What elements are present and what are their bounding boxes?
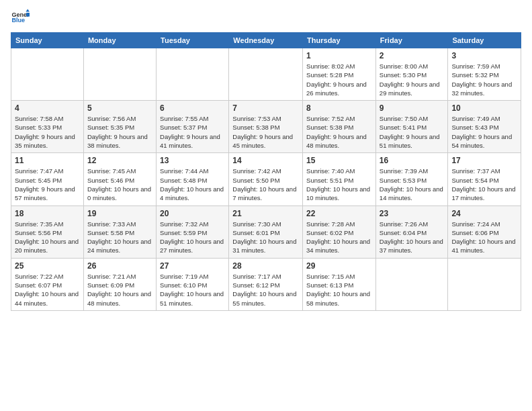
day-number: 22	[306, 209, 372, 218]
day-number: 17	[451, 156, 517, 165]
day-info: Sunrise: 7:55 AMSunset: 5:37 PMDaylight:…	[160, 114, 225, 150]
day-info: Sunrise: 7:42 AMSunset: 5:50 PMDaylight:…	[232, 167, 299, 202]
day-number: 5	[87, 103, 152, 113]
calendar-cell: 10Sunrise: 7:49 AMSunset: 5:43 PMDayligh…	[448, 101, 521, 153]
day-number: 1	[306, 51, 372, 60]
calendar-cell: 24Sunrise: 7:24 AMSunset: 6:06 PMDayligh…	[448, 205, 521, 258]
calendar-cell	[83, 48, 156, 101]
weekday-header: Monday	[83, 33, 156, 48]
day-info: Sunrise: 7:49 AMSunset: 5:43 PMDaylight:…	[451, 114, 517, 150]
day-number: 8	[306, 103, 372, 113]
calendar-cell: 18Sunrise: 7:35 AMSunset: 5:56 PMDayligh…	[11, 205, 84, 258]
logo-icon: General Blue	[11, 8, 30, 27]
weekday-header-row: SundayMondayTuesdayWednesdayThursdayFrid…	[11, 33, 521, 48]
day-number: 25	[15, 261, 80, 271]
day-number: 24	[451, 209, 517, 218]
day-number: 23	[380, 209, 445, 218]
calendar-cell	[11, 48, 84, 101]
day-info: Sunrise: 7:17 AMSunset: 6:12 PMDaylight:…	[232, 272, 299, 308]
day-info: Sunrise: 7:21 AMSunset: 6:09 PMDaylight:…	[87, 272, 152, 308]
calendar-cell: 26Sunrise: 7:21 AMSunset: 6:09 PMDayligh…	[83, 258, 156, 310]
calendar-week-row: 18Sunrise: 7:35 AMSunset: 5:56 PMDayligh…	[11, 205, 521, 258]
day-info: Sunrise: 7:22 AMSunset: 6:07 PMDaylight:…	[15, 272, 80, 308]
svg-marker-3	[26, 13, 30, 17]
day-number: 12	[87, 156, 152, 165]
weekday-header: Saturday	[448, 33, 521, 48]
day-info: Sunrise: 7:33 AMSunset: 5:58 PMDaylight:…	[87, 220, 152, 255]
day-number: 21	[232, 209, 299, 218]
day-info: Sunrise: 7:56 AMSunset: 5:35 PMDaylight:…	[87, 114, 152, 150]
calendar-cell: 29Sunrise: 7:15 AMSunset: 6:13 PMDayligh…	[303, 258, 376, 310]
weekday-header: Friday	[375, 33, 448, 48]
day-info: Sunrise: 7:39 AMSunset: 5:53 PMDaylight:…	[380, 167, 445, 202]
calendar-cell: 22Sunrise: 7:28 AMSunset: 6:02 PMDayligh…	[303, 205, 376, 258]
day-number: 6	[160, 103, 225, 113]
calendar-cell: 1Sunrise: 8:02 AMSunset: 5:28 PMDaylight…	[303, 48, 376, 101]
calendar-cell: 28Sunrise: 7:17 AMSunset: 6:12 PMDayligh…	[229, 258, 303, 310]
calendar-cell: 25Sunrise: 7:22 AMSunset: 6:07 PMDayligh…	[11, 258, 84, 310]
day-info: Sunrise: 7:40 AMSunset: 5:51 PMDaylight:…	[306, 167, 372, 202]
calendar-cell	[229, 48, 303, 101]
day-info: Sunrise: 7:28 AMSunset: 6:02 PMDaylight:…	[306, 220, 372, 255]
calendar-cell: 2Sunrise: 8:00 AMSunset: 5:30 PMDaylight…	[375, 48, 448, 101]
weekday-header: Wednesday	[229, 33, 303, 48]
svg-text:Blue: Blue	[11, 17, 25, 24]
day-info: Sunrise: 7:30 AMSunset: 6:01 PMDaylight:…	[232, 220, 299, 255]
day-info: Sunrise: 7:50 AMSunset: 5:41 PMDaylight:…	[380, 114, 445, 150]
svg-marker-2	[26, 9, 30, 11]
calendar-week-row: 4Sunrise: 7:58 AMSunset: 5:33 PMDaylight…	[11, 101, 521, 153]
day-info: Sunrise: 7:19 AMSunset: 6:10 PMDaylight:…	[160, 272, 225, 308]
day-number: 26	[87, 261, 152, 271]
day-number: 18	[15, 209, 80, 218]
day-info: Sunrise: 8:02 AMSunset: 5:28 PMDaylight:…	[306, 62, 372, 97]
calendar-cell: 3Sunrise: 7:59 AMSunset: 5:32 PMDaylight…	[448, 48, 521, 101]
calendar-week-row: 25Sunrise: 7:22 AMSunset: 6:07 PMDayligh…	[11, 258, 521, 310]
calendar-cell: 5Sunrise: 7:56 AMSunset: 5:35 PMDaylight…	[83, 101, 156, 153]
calendar-cell: 15Sunrise: 7:40 AMSunset: 5:51 PMDayligh…	[303, 153, 376, 205]
day-number: 20	[160, 209, 225, 218]
day-info: Sunrise: 7:53 AMSunset: 5:38 PMDaylight:…	[232, 114, 299, 150]
weekday-header: Thursday	[303, 33, 376, 48]
day-number: 4	[15, 103, 80, 113]
calendar-cell: 14Sunrise: 7:42 AMSunset: 5:50 PMDayligh…	[229, 153, 303, 205]
weekday-header: Tuesday	[157, 33, 229, 48]
day-number: 27	[160, 261, 225, 271]
calendar-cell: 11Sunrise: 7:47 AMSunset: 5:45 PMDayligh…	[11, 153, 84, 205]
day-info: Sunrise: 7:58 AMSunset: 5:33 PMDaylight:…	[15, 114, 80, 150]
calendar-week-row: 1Sunrise: 8:02 AMSunset: 5:28 PMDaylight…	[11, 48, 521, 101]
day-number: 13	[160, 156, 225, 165]
day-info: Sunrise: 8:00 AMSunset: 5:30 PMDaylight:…	[380, 62, 445, 97]
calendar-cell: 4Sunrise: 7:58 AMSunset: 5:33 PMDaylight…	[11, 101, 84, 153]
calendar-cell: 20Sunrise: 7:32 AMSunset: 5:59 PMDayligh…	[157, 205, 229, 258]
day-info: Sunrise: 7:52 AMSunset: 5:38 PMDaylight:…	[306, 114, 372, 150]
weekday-header: Sunday	[11, 33, 84, 48]
day-info: Sunrise: 7:45 AMSunset: 5:46 PMDaylight:…	[87, 167, 152, 202]
day-info: Sunrise: 7:26 AMSunset: 6:04 PMDaylight:…	[380, 220, 445, 255]
day-number: 3	[451, 51, 517, 60]
day-number: 19	[87, 209, 152, 218]
calendar-cell: 6Sunrise: 7:55 AMSunset: 5:37 PMDaylight…	[157, 101, 229, 153]
calendar-cell	[375, 258, 448, 310]
day-info: Sunrise: 7:59 AMSunset: 5:32 PMDaylight:…	[451, 62, 517, 97]
calendar-cell: 27Sunrise: 7:19 AMSunset: 6:10 PMDayligh…	[157, 258, 229, 310]
day-info: Sunrise: 7:24 AMSunset: 6:06 PMDaylight:…	[451, 220, 517, 255]
day-info: Sunrise: 7:32 AMSunset: 5:59 PMDaylight:…	[160, 220, 225, 255]
calendar-cell: 12Sunrise: 7:45 AMSunset: 5:46 PMDayligh…	[83, 153, 156, 205]
day-number: 9	[380, 103, 445, 113]
day-info: Sunrise: 7:35 AMSunset: 5:56 PMDaylight:…	[15, 220, 80, 255]
calendar-cell: 13Sunrise: 7:44 AMSunset: 5:48 PMDayligh…	[157, 153, 229, 205]
day-info: Sunrise: 7:37 AMSunset: 5:54 PMDaylight:…	[451, 167, 517, 202]
day-info: Sunrise: 7:15 AMSunset: 6:13 PMDaylight:…	[306, 272, 372, 308]
calendar-cell: 7Sunrise: 7:53 AMSunset: 5:38 PMDaylight…	[229, 101, 303, 153]
calendar-cell: 19Sunrise: 7:33 AMSunset: 5:58 PMDayligh…	[83, 205, 156, 258]
day-number: 16	[380, 156, 445, 165]
calendar-cell	[448, 258, 521, 310]
day-number: 7	[232, 103, 299, 113]
day-number: 2	[380, 51, 445, 60]
calendar-cell: 9Sunrise: 7:50 AMSunset: 5:41 PMDaylight…	[375, 101, 448, 153]
day-info: Sunrise: 7:47 AMSunset: 5:45 PMDaylight:…	[15, 167, 80, 202]
day-number: 28	[232, 261, 299, 271]
page-header: General Blue	[11, 8, 521, 27]
calendar-cell: 8Sunrise: 7:52 AMSunset: 5:38 PMDaylight…	[303, 101, 376, 153]
calendar-table: SundayMondayTuesdayWednesdayThursdayFrid…	[11, 32, 521, 311]
